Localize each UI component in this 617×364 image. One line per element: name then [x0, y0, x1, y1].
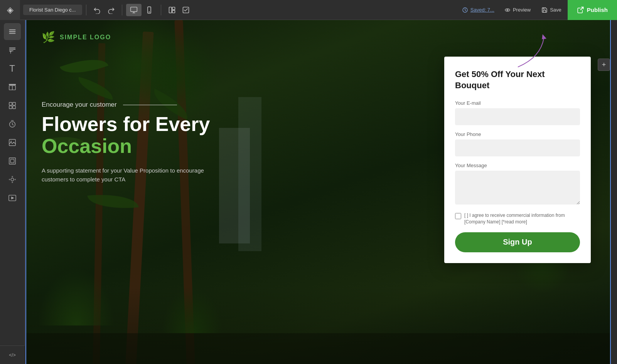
hamburger-icon: [8, 27, 17, 36]
message-label: Your Message: [455, 163, 580, 168]
preview-label: Preview: [513, 7, 531, 13]
canvas-area: 🌿 SIMPLE LOGO Encourage your customer Fl…: [25, 20, 617, 364]
saved-button[interactable]: Saved: 7...: [458, 5, 498, 15]
phone-label: Your Phone: [455, 131, 580, 137]
undo-icon: [93, 6, 101, 14]
left-sidebar: T T </>: [0, 20, 25, 364]
email-label: Your E-mail: [455, 100, 580, 106]
svg-rect-23: [12, 106, 15, 109]
phone-input[interactable]: [455, 139, 580, 156]
sidebar-item-section[interactable]: T: [4, 60, 21, 77]
hero-eyebrow: Encourage your customer: [42, 101, 456, 109]
svg-rect-26: [9, 139, 15, 146]
svg-point-27: [10, 141, 12, 142]
consent-label: [ ] I agree to receive commercial inform…: [464, 212, 580, 225]
eye-icon: [504, 7, 511, 13]
sidebar-item-integration[interactable]: [4, 171, 21, 188]
divider-3: [161, 5, 161, 15]
svg-rect-6: [172, 7, 175, 10]
svg-line-12: [581, 7, 583, 10]
svg-point-32: [14, 179, 16, 180]
email-group: Your E-mail: [455, 100, 580, 125]
sidebar-item-text[interactable]: T: [4, 42, 21, 59]
svg-rect-22: [9, 106, 12, 109]
svg-rect-5: [169, 7, 172, 13]
message-group: Your Message: [455, 163, 580, 206]
hero-content: Encourage your customer Flowers for Ever…: [42, 101, 456, 184]
svg-rect-20: [9, 102, 12, 105]
publish-label: Publish: [587, 7, 608, 13]
svg-point-30: [11, 178, 13, 181]
media-icon: [8, 194, 17, 202]
mobile-icon: [145, 6, 153, 14]
redo-button[interactable]: [104, 4, 118, 16]
hero-subtitle: A supporting statement for your Value Pr…: [42, 166, 211, 184]
consent-checkbox[interactable]: [455, 213, 461, 219]
divider-1: [86, 5, 86, 15]
sidebar-item-frame[interactable]: [4, 153, 21, 169]
form-panel: Get 50% Off Your Next Bouquet Your E-mai…: [444, 57, 591, 263]
add-section-button[interactable]: +: [598, 59, 610, 71]
hero-title-line1: Flowers for Every: [42, 113, 456, 135]
sidebar-item-image[interactable]: [4, 134, 21, 151]
publish-button[interactable]: Publish: [568, 0, 617, 20]
save-icon: [541, 7, 548, 13]
divider-2: [122, 5, 122, 15]
integration-icon: [8, 175, 17, 184]
app-logo-icon: ◈: [7, 5, 13, 15]
svg-point-4: [149, 12, 150, 12]
svg-point-33: [12, 176, 13, 178]
svg-rect-0: [130, 7, 137, 12]
hero-eyebrow-line: [123, 105, 177, 105]
code-button[interactable]: </>: [0, 346, 25, 364]
redo-icon: [107, 6, 115, 14]
text-icon: T: [8, 46, 17, 54]
toolbar: ◈ Florist San Diego c... Saved: 7... Pre…: [0, 0, 617, 20]
desktop-view-button[interactable]: [126, 4, 142, 16]
preview-button[interactable]: Preview: [500, 5, 535, 15]
sidebar-item-layout[interactable]: [4, 79, 21, 96]
desktop-icon: [130, 6, 138, 14]
leaf-icon: 🌿: [42, 31, 56, 44]
code-label: </>: [9, 352, 15, 358]
check-icon: [182, 6, 190, 14]
hero-eyebrow-text: Encourage your customer: [42, 101, 117, 109]
tab-title[interactable]: Florist San Diego c...: [23, 5, 82, 15]
image-icon: [8, 138, 17, 147]
sidebar-item-media[interactable]: [4, 190, 21, 206]
svg-rect-29: [10, 159, 14, 163]
logo-text: SIMPLE LOGO: [60, 34, 111, 41]
timer-icon: [8, 120, 17, 128]
mobile-view-button[interactable]: [142, 4, 157, 16]
save-button[interactable]: Save: [537, 5, 566, 15]
message-textarea[interactable]: [455, 171, 580, 205]
add-icon: +: [602, 61, 606, 69]
layout-button[interactable]: [165, 4, 179, 16]
logo-area[interactable]: ◈: [0, 0, 20, 20]
sidebar-item-widget[interactable]: [4, 97, 21, 114]
email-input[interactable]: [455, 108, 580, 125]
svg-rect-17: [9, 84, 15, 85]
signup-button[interactable]: Sign Up: [455, 232, 580, 252]
sidebar-item-timer[interactable]: [4, 116, 21, 133]
svg-point-31: [8, 179, 10, 180]
phone-group: Your Phone: [455, 131, 580, 156]
svg-rect-28: [9, 158, 15, 164]
svg-rect-21: [12, 102, 15, 105]
hero-title: Flowers for Every Occasion: [42, 113, 456, 157]
widget-icon: [8, 101, 17, 110]
svg-point-34: [12, 182, 13, 183]
check-button[interactable]: [179, 4, 193, 16]
canvas-logo: 🌿 SIMPLE LOGO: [42, 31, 111, 44]
main-area: T T </>: [0, 20, 617, 364]
checkbox-row: [ ] I agree to receive commercial inform…: [455, 212, 580, 225]
undo-button[interactable]: [90, 4, 104, 16]
layout-icon: [168, 6, 176, 14]
saved-label: Saved: 7...: [470, 7, 494, 13]
sidebar-item-hamburger[interactable]: [4, 23, 21, 40]
svg-marker-36: [11, 196, 14, 199]
columns-icon: [8, 83, 17, 91]
toolbar-right: Saved: 7... Preview Save Publish: [458, 0, 617, 20]
clock-icon: [462, 7, 468, 13]
save-label: Save: [550, 7, 561, 13]
